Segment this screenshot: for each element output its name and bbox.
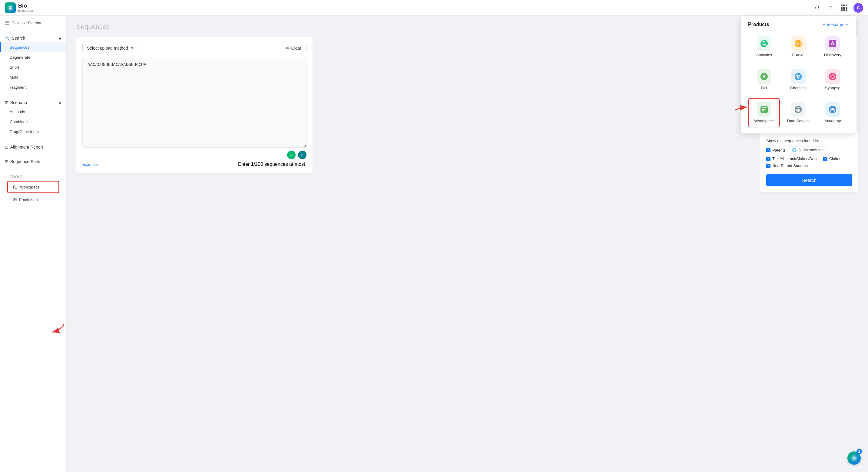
sequence-suite-header[interactable]: ⊞ Sequence Suite: [0, 156, 66, 166]
product-academy[interactable]: Academy: [817, 98, 848, 127]
svg-rect-21: [762, 110, 764, 111]
svg-point-29: [852, 457, 856, 460]
chemical-label: Chemical: [790, 86, 807, 90]
product-chemical[interactable]: Chemical: [782, 65, 814, 94]
products-grid: Analytics R&D Eureka Discovery Bio Chemi…: [748, 32, 848, 127]
workspace-product-label: Workspace: [754, 119, 774, 123]
show-sequences-label: Show me sequences found in:: [766, 139, 852, 143]
eureka-label: Eureka: [792, 53, 804, 57]
logo-sub-label: by patsnap: [18, 9, 33, 13]
sidebar-workspace-item[interactable]: 🗂 Workspace: [7, 181, 59, 193]
upload-method-dropdown[interactable]: Select upload method ▼: [82, 43, 138, 53]
patents-checkbox: ✓: [766, 148, 771, 152]
seq-count-label: Enter 1/200 sequences at most.: [238, 162, 307, 167]
products-title: Products: [748, 22, 769, 27]
timer-icon[interactable]: ⏱: [813, 4, 822, 12]
claims-check[interactable]: ✓ Claims: [823, 157, 841, 161]
academy-icon: [825, 102, 840, 117]
search-button[interactable]: Search: [766, 174, 852, 187]
logo-bio-label: Bio: [18, 3, 33, 9]
teal-circle-icon[interactable]: ○: [298, 151, 307, 159]
green-circle-icon[interactable]: ○: [287, 151, 296, 159]
search-section-header[interactable]: 🔍 Search ∧: [0, 33, 66, 42]
synapse-icon: [825, 69, 840, 84]
upload-row: Select upload method ▼ ✏ Clear: [82, 43, 307, 53]
sidebar-email-alert-item[interactable]: ✉ Email Alert: [7, 194, 59, 206]
scenario-section-header[interactable]: ⊞ Scenario ∧: [0, 97, 66, 107]
workspace-label: Workspace: [20, 185, 40, 190]
discovery-label: Discovery: [824, 53, 841, 57]
help-icon[interactable]: ?: [826, 4, 835, 12]
bio-label: Bio: [761, 86, 767, 90]
arrow-to-workspace: [43, 321, 67, 336]
title-abstract-check[interactable]: ✓ Title/Abstract/Claims/Desc: [766, 157, 818, 161]
clear-label: Clear: [291, 46, 301, 50]
non-patent-checkbox: ✓: [766, 164, 771, 168]
layout: ☰ Collapse Sidebar 🔍 Search ∧ Sequences …: [0, 0, 868, 472]
all-jurisdictions-btn[interactable]: 🌐 All Jurisdictions: [788, 146, 828, 154]
product-workspace[interactable]: Workspace: [748, 98, 780, 127]
topbar-actions: ⏱ ? C: [813, 3, 863, 13]
non-patent-label: Non-Patent Sources: [772, 163, 808, 168]
alignment-report-header[interactable]: ⊟ Alignment Report: [0, 142, 66, 151]
product-bio[interactable]: Bio: [748, 65, 780, 94]
scenario-chevron-icon: ∧: [58, 100, 61, 105]
example-link[interactable]: Example: [82, 162, 98, 167]
product-discovery[interactable]: Discovery: [817, 32, 848, 61]
svg-text:R&D: R&D: [794, 41, 803, 46]
sidebar-item-sequences[interactable]: Sequences: [0, 42, 66, 52]
product-analytics[interactable]: Analytics: [748, 32, 780, 61]
svg-rect-20: [762, 109, 765, 110]
patents-check[interactable]: ✓ Patents: [766, 148, 786, 153]
upload-placeholder: Select upload method: [87, 46, 128, 50]
sidebar-item-motif[interactable]: Motif: [0, 72, 66, 82]
all-jurisdictions-label: All Jurisdictions: [798, 148, 824, 152]
email-alert-label: Email Alert: [19, 198, 38, 202]
sequence-textarea[interactable]: AACACUGUUUACAAAUGGUCCUA: [82, 57, 307, 148]
apps-grid-icon[interactable]: [840, 3, 848, 12]
product-data-service[interactable]: Data Service: [782, 98, 814, 127]
sidebar: ☰ Collapse Sidebar 🔍 Search ∧ Sequences …: [0, 16, 67, 472]
workspace-product-icon: [757, 102, 771, 117]
sidebar-item-degenerate[interactable]: Degenerate: [0, 52, 66, 62]
logo: Bio by patsnap: [5, 2, 33, 13]
collapse-sidebar-btn[interactable]: ☰ Collapse Sidebar: [0, 16, 66, 30]
product-synapse[interactable]: Synapse: [817, 65, 848, 94]
homepage-link[interactable]: Homepage →: [823, 22, 849, 27]
notification-badge: 2: [857, 449, 862, 454]
scenario-section-label: Scenario: [10, 100, 27, 105]
product-eureka[interactable]: R&D Eureka: [782, 32, 814, 61]
academy-label: Academy: [825, 119, 841, 123]
textarea-footer: Example Enter 1/200 sequences at most.: [82, 162, 307, 167]
search-chevron-icon: ∧: [58, 36, 61, 40]
fab-area: 2: [847, 451, 861, 465]
eureka-icon: R&D: [791, 36, 806, 51]
clear-icon: ✏: [286, 46, 289, 50]
collapse-sidebar-label: Collapse Sidebar: [11, 21, 41, 25]
non-patent-check[interactable]: ✓ Non-Patent Sources: [766, 163, 852, 168]
logo-icon: [5, 2, 16, 13]
claims-label: Claims: [829, 157, 841, 161]
dropdown-arrow-icon: ▼: [130, 46, 134, 50]
user-avatar[interactable]: C: [854, 3, 863, 13]
sidebar-item-short[interactable]: Short: [0, 62, 66, 72]
sidebar-item-combined[interactable]: Combined: [0, 117, 66, 127]
svg-point-10: [795, 73, 802, 80]
products-overlay: Products Homepage → Analytics R&D Eureka…: [741, 16, 856, 133]
alignment-report-label: Alignment Report: [10, 145, 43, 149]
search-input-panel: Select upload method ▼ ✏ Clear AACACUGUU…: [76, 37, 749, 173]
clear-button[interactable]: ✏ Clear: [281, 43, 307, 53]
analytics-icon: [757, 36, 771, 51]
bio-icon: [757, 69, 771, 84]
sidebar-item-fragment[interactable]: Fragment: [0, 82, 66, 92]
scenario-section-icon: ⊞: [5, 100, 8, 105]
sidebar-item-drug-gene[interactable]: Drug/Gene Index: [0, 127, 66, 137]
claims-checkbox: ✓: [823, 157, 828, 161]
title-abstract-label: Title/Abstract/Claims/Desc: [772, 157, 818, 161]
data-service-icon: [791, 102, 806, 117]
homepage-label: Homepage: [823, 22, 843, 27]
sidebar-item-antibody[interactable]: Antibody: [0, 107, 66, 117]
synapse-label: Synapse: [825, 86, 840, 90]
fab-container: 2: [847, 451, 861, 465]
sequence-suite-label: Sequence Suite: [10, 159, 40, 164]
